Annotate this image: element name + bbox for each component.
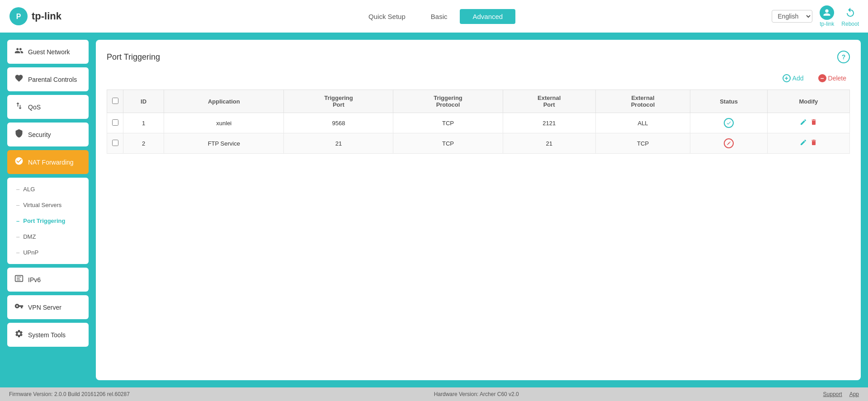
row-application: xunlei [164,113,284,133]
row-1-checkbox[interactable] [112,119,118,126]
select-all-checkbox[interactable] [112,98,118,104]
submenu-port-triggering[interactable]: – Port Triggering [7,213,89,229]
tplink-logo-icon: P [9,7,28,26]
sidebar-item-guest-network[interactable]: Guest Network [7,40,89,64]
sidebar-submenu: – ALG – Virtual Servers – Port Triggerin… [7,178,89,264]
col-application: Application [164,90,284,113]
security-label: Security [28,131,51,138]
logo-text: tp-link [32,10,61,22]
col-checkbox [107,90,123,113]
sidebar-item-system-tools[interactable]: System Tools [7,323,89,347]
logo-area: P tp-link [9,7,99,26]
edit-button[interactable] [799,138,808,149]
delete-button[interactable]: – Delete [815,72,850,84]
parental-controls-icon [14,74,24,85]
header: P tp-link Quick Setup Basic Advanced Eng… [0,0,868,33]
reboot-icon [843,5,858,20]
sidebar-item-qos[interactable]: QoS [7,95,89,119]
col-status: Status [690,90,767,113]
sidebar-item-nat-forwarding[interactable]: NAT Forwarding [7,150,89,174]
page-header: Port Triggering ? [107,51,850,63]
sidebar: Guest Network Parental Controls QoS Secu… [7,40,89,380]
tab-quick-setup[interactable]: Quick Setup [356,9,418,24]
vpn-server-icon [14,302,24,313]
system-tools-label: System Tools [28,331,66,339]
table-row: 1xunlei9568TCP2121ALL [107,113,850,133]
col-triggering-port: TriggeringPort [284,90,393,113]
page-title: Port Triggering [107,52,160,62]
nat-forwarding-icon [14,156,24,168]
sidebar-item-security[interactable]: Security [7,123,89,146]
delete-icon: – [818,74,826,82]
col-external-protocol: ExternalProtocol [595,90,690,113]
content-area: Port Triggering ? + Add – Delete ID Appl… [96,40,861,380]
reboot-label: Reboot [841,21,859,27]
row-external-port: 21 [503,133,595,154]
submenu-upnp[interactable]: – UPnP [7,245,89,260]
row-triggering-port: 21 [284,133,393,154]
row-status [690,113,767,133]
submenu-alg[interactable]: – ALG [7,181,89,197]
row-checkbox-cell [107,113,123,133]
main-layout: Guest Network Parental Controls QoS Secu… [0,33,868,387]
row-2-checkbox[interactable] [112,140,118,146]
reboot-button[interactable]: Reboot [841,5,859,27]
qos-label: QoS [28,104,41,111]
row-external-port: 2121 [503,113,595,133]
svg-text:P: P [16,13,21,20]
status-disabled-icon[interactable] [724,138,734,148]
delete-row-button[interactable] [809,138,818,149]
submenu-virtual-servers[interactable]: – Virtual Servers [7,197,89,213]
row-id: 2 [123,133,164,154]
row-status [690,133,767,154]
nat-forwarding-label: NAT Forwarding [28,159,74,166]
firmware-version: Firmware Version: 2.0.0 Build 20161206 r… [9,391,130,397]
port-triggering-table: ID Application TriggeringPort Triggering… [107,90,850,154]
row-id: 1 [123,113,164,133]
status-enabled-icon[interactable] [724,118,734,128]
nav-tabs: Quick Setup Basic Advanced [99,9,772,24]
footer: Firmware Version: 2.0.0 Build 20161206 r… [0,387,868,401]
row-checkbox-cell [107,133,123,154]
row-triggering-port: 9568 [284,113,393,133]
tplink-label: tp-link [820,21,834,27]
row-triggering-protocol: TCP [393,133,503,154]
system-tools-icon [14,329,24,340]
toolbar: + Add – Delete [107,72,850,84]
edit-button[interactable] [799,118,808,128]
row-triggering-protocol: TCP [393,113,503,133]
ipv6-icon [14,274,24,285]
row-modify [767,133,849,154]
sidebar-item-vpn-server[interactable]: VPN Server [7,295,89,319]
language-select[interactable]: English Chinese French [772,10,812,23]
col-triggering-protocol: TriggeringProtocol [393,90,503,113]
help-button[interactable]: ? [837,51,850,63]
sidebar-item-parental-controls[interactable]: Parental Controls [7,67,89,91]
col-modify: Modify [767,90,849,113]
submenu-dmz[interactable]: – DMZ [7,229,89,245]
tplink-account-button[interactable]: tp-link [820,5,834,27]
row-external-protocol: ALL [595,113,690,133]
row-application: FTP Service [164,133,284,154]
guest-network-icon [14,46,24,57]
footer-links: Support App [823,391,859,397]
add-icon: + [783,74,791,82]
hardware-version: Hardware Version: Archer C60 v2.0 [434,391,519,397]
add-button[interactable]: + Add [779,72,807,84]
tab-advanced[interactable]: Advanced [460,9,515,24]
delete-row-button[interactable] [809,118,818,128]
col-id: ID [123,90,164,113]
parental-controls-label: Parental Controls [28,76,77,83]
sidebar-item-ipv6[interactable]: IPv6 [7,268,89,292]
header-right: English Chinese French tp-link Reboot [772,5,859,27]
ipv6-label: IPv6 [28,276,41,283]
table-row: 2FTP Service21TCP21TCP [107,133,850,154]
qos-icon [14,101,24,113]
security-icon [14,129,24,140]
tab-basic[interactable]: Basic [418,9,460,24]
support-link[interactable]: Support [823,391,842,397]
guest-network-label: Guest Network [28,48,70,56]
app-link[interactable]: App [849,391,859,397]
account-icon [820,5,834,20]
vpn-server-label: VPN Server [28,304,61,311]
